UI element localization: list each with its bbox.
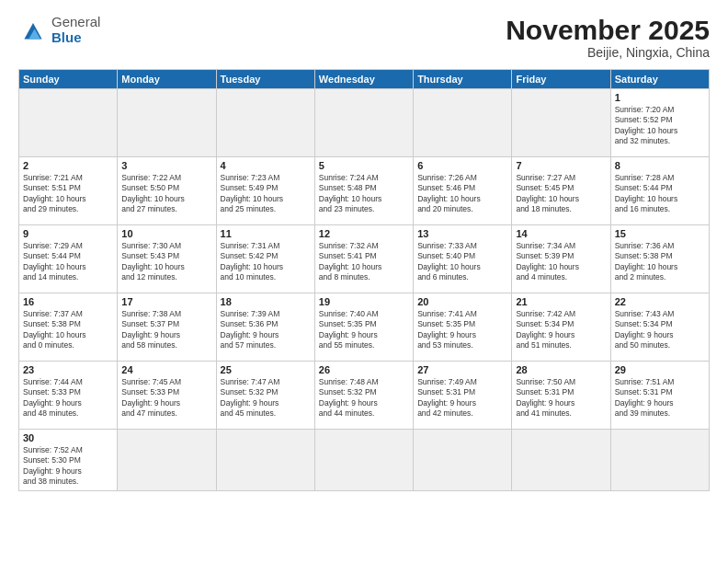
- table-row: [512, 430, 610, 491]
- table-row: 15Sunrise: 7:36 AM Sunset: 5:38 PM Dayli…: [610, 225, 709, 293]
- table-row: 16Sunrise: 7:37 AM Sunset: 5:38 PM Dayli…: [19, 293, 118, 362]
- header: General Blue November 2025 Beijie, Ningx…: [18, 15, 710, 60]
- col-sunday: Sunday: [19, 70, 118, 89]
- day-number: 24: [121, 364, 211, 375]
- table-row: [118, 89, 216, 157]
- day-number: 29: [615, 364, 705, 375]
- day-number: 15: [615, 228, 705, 239]
- day-number: 7: [516, 160, 606, 171]
- logo: General Blue: [18, 15, 100, 45]
- table-row: 21Sunrise: 7:42 AM Sunset: 5:34 PM Dayli…: [512, 293, 610, 362]
- page: General Blue November 2025 Beijie, Ningx…: [0, 0, 728, 563]
- day-number: 30: [23, 432, 113, 443]
- table-row: 2Sunrise: 7:21 AM Sunset: 5:51 PM Daylig…: [19, 157, 118, 225]
- day-info: Sunrise: 7:20 AM Sunset: 5:52 PM Dayligh…: [615, 105, 705, 147]
- logo-icon: [18, 16, 48, 45]
- location: Beijie, Ningxia, China: [506, 45, 710, 60]
- table-row: 6Sunrise: 7:26 AM Sunset: 5:46 PM Daylig…: [414, 157, 512, 225]
- day-info: Sunrise: 7:36 AM Sunset: 5:38 PM Dayligh…: [615, 241, 705, 283]
- month-title: November 2025: [506, 15, 710, 45]
- day-number: 25: [221, 364, 311, 375]
- table-row: [118, 430, 216, 491]
- day-number: 10: [121, 228, 211, 239]
- col-friday: Friday: [512, 70, 610, 89]
- day-number: 5: [319, 160, 409, 171]
- logo-blue: Blue: [51, 29, 82, 45]
- day-info: Sunrise: 7:21 AM Sunset: 5:51 PM Dayligh…: [23, 173, 113, 215]
- table-row: 22Sunrise: 7:43 AM Sunset: 5:34 PM Dayli…: [610, 293, 709, 362]
- table-row: 29Sunrise: 7:51 AM Sunset: 5:31 PM Dayli…: [610, 362, 709, 430]
- day-info: Sunrise: 7:22 AM Sunset: 5:50 PM Dayligh…: [121, 173, 211, 215]
- day-info: Sunrise: 7:28 AM Sunset: 5:44 PM Dayligh…: [615, 173, 705, 215]
- table-row: [216, 430, 314, 491]
- day-info: Sunrise: 7:38 AM Sunset: 5:37 PM Dayligh…: [121, 309, 211, 351]
- day-info: Sunrise: 7:50 AM Sunset: 5:31 PM Dayligh…: [516, 377, 606, 419]
- day-info: Sunrise: 7:24 AM Sunset: 5:48 PM Dayligh…: [319, 173, 409, 215]
- day-info: Sunrise: 7:34 AM Sunset: 5:39 PM Dayligh…: [516, 241, 606, 283]
- day-info: Sunrise: 7:39 AM Sunset: 5:36 PM Dayligh…: [221, 309, 311, 351]
- table-row: [314, 89, 413, 157]
- table-row: [512, 89, 610, 157]
- table-row: 17Sunrise: 7:38 AM Sunset: 5:37 PM Dayli…: [118, 293, 216, 362]
- table-row: 25Sunrise: 7:47 AM Sunset: 5:32 PM Dayli…: [216, 362, 314, 430]
- table-row: 18Sunrise: 7:39 AM Sunset: 5:36 PM Dayli…: [216, 293, 314, 362]
- table-row: [414, 430, 512, 491]
- table-row: 8Sunrise: 7:28 AM Sunset: 5:44 PM Daylig…: [610, 157, 709, 225]
- table-row: [610, 430, 709, 491]
- day-info: Sunrise: 7:30 AM Sunset: 5:43 PM Dayligh…: [121, 241, 211, 283]
- table-row: 27Sunrise: 7:49 AM Sunset: 5:31 PM Dayli…: [414, 362, 512, 430]
- table-row: 10Sunrise: 7:30 AM Sunset: 5:43 PM Dayli…: [118, 225, 216, 293]
- day-info: Sunrise: 7:43 AM Sunset: 5:34 PM Dayligh…: [615, 309, 705, 351]
- day-info: Sunrise: 7:29 AM Sunset: 5:44 PM Dayligh…: [23, 241, 113, 283]
- table-row: 19Sunrise: 7:40 AM Sunset: 5:35 PM Dayli…: [314, 293, 413, 362]
- col-monday: Monday: [118, 70, 216, 89]
- day-info: Sunrise: 7:26 AM Sunset: 5:46 PM Dayligh…: [417, 173, 507, 215]
- table-row: 12Sunrise: 7:32 AM Sunset: 5:41 PM Dayli…: [314, 225, 413, 293]
- table-row: 14Sunrise: 7:34 AM Sunset: 5:39 PM Dayli…: [512, 225, 610, 293]
- table-row: [414, 89, 512, 157]
- day-number: 18: [221, 296, 311, 307]
- logo-text: General Blue: [51, 15, 100, 45]
- logo-general: General: [51, 14, 100, 29]
- day-number: 21: [516, 296, 606, 307]
- day-info: Sunrise: 7:37 AM Sunset: 5:38 PM Dayligh…: [23, 309, 113, 351]
- table-row: 23Sunrise: 7:44 AM Sunset: 5:33 PM Dayli…: [19, 362, 118, 430]
- day-number: 11: [221, 228, 311, 239]
- col-wednesday: Wednesday: [314, 70, 413, 89]
- day-number: 17: [121, 296, 211, 307]
- day-info: Sunrise: 7:44 AM Sunset: 5:33 PM Dayligh…: [23, 377, 113, 419]
- table-row: [216, 89, 314, 157]
- day-info: Sunrise: 7:45 AM Sunset: 5:33 PM Dayligh…: [121, 377, 211, 419]
- table-row: 3Sunrise: 7:22 AM Sunset: 5:50 PM Daylig…: [118, 157, 216, 225]
- col-thursday: Thursday: [414, 70, 512, 89]
- table-row: 9Sunrise: 7:29 AM Sunset: 5:44 PM Daylig…: [19, 225, 118, 293]
- day-number: 6: [417, 160, 507, 171]
- day-number: 19: [319, 296, 409, 307]
- table-row: [314, 430, 413, 491]
- calendar-header-row: Sunday Monday Tuesday Wednesday Thursday…: [19, 70, 710, 89]
- table-row: 7Sunrise: 7:27 AM Sunset: 5:45 PM Daylig…: [512, 157, 610, 225]
- day-info: Sunrise: 7:51 AM Sunset: 5:31 PM Dayligh…: [615, 377, 705, 419]
- day-number: 12: [319, 228, 409, 239]
- day-info: Sunrise: 7:31 AM Sunset: 5:42 PM Dayligh…: [221, 241, 311, 283]
- day-number: 28: [516, 364, 606, 375]
- table-row: 26Sunrise: 7:48 AM Sunset: 5:32 PM Dayli…: [314, 362, 413, 430]
- day-number: 13: [417, 228, 507, 239]
- day-info: Sunrise: 7:47 AM Sunset: 5:32 PM Dayligh…: [221, 377, 311, 419]
- day-number: 23: [23, 364, 113, 375]
- day-info: Sunrise: 7:33 AM Sunset: 5:40 PM Dayligh…: [417, 241, 507, 283]
- day-info: Sunrise: 7:48 AM Sunset: 5:32 PM Dayligh…: [319, 377, 409, 419]
- day-info: Sunrise: 7:27 AM Sunset: 5:45 PM Dayligh…: [516, 173, 606, 215]
- table-row: 30Sunrise: 7:52 AM Sunset: 5:30 PM Dayli…: [19, 430, 118, 491]
- day-number: 16: [23, 296, 113, 307]
- table-row: 1Sunrise: 7:20 AM Sunset: 5:52 PM Daylig…: [610, 89, 709, 157]
- day-number: 22: [615, 296, 705, 307]
- table-row: 20Sunrise: 7:41 AM Sunset: 5:35 PM Dayli…: [414, 293, 512, 362]
- table-row: 28Sunrise: 7:50 AM Sunset: 5:31 PM Dayli…: [512, 362, 610, 430]
- day-info: Sunrise: 7:49 AM Sunset: 5:31 PM Dayligh…: [417, 377, 507, 419]
- col-saturday: Saturday: [610, 70, 709, 89]
- day-info: Sunrise: 7:40 AM Sunset: 5:35 PM Dayligh…: [319, 309, 409, 351]
- day-number: 3: [121, 160, 211, 171]
- day-number: 2: [23, 160, 113, 171]
- day-number: 9: [23, 228, 113, 239]
